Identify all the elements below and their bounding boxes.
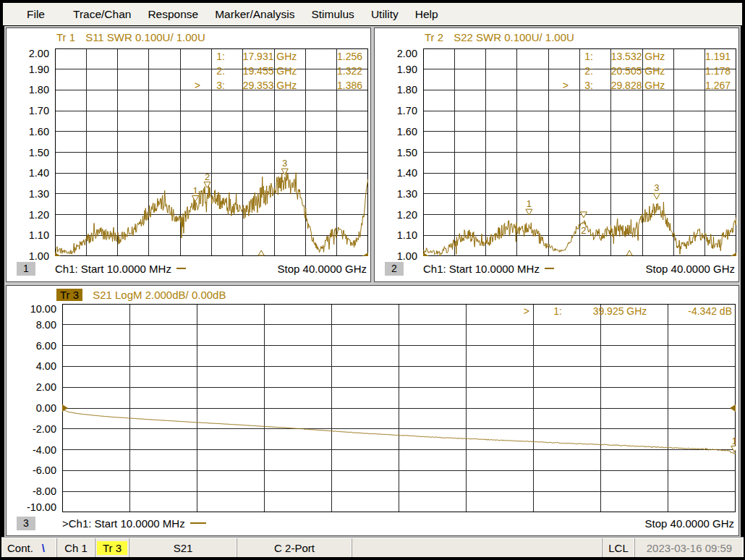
sweep-stop-label: Stop 40.0000 GHz [645, 517, 734, 530]
marker-triangle-icon [192, 196, 199, 202]
trace-color-dash [545, 268, 554, 269]
marker-readout-row: 1:13.532 GHz1.191 [557, 49, 731, 64]
y-tick-label: 4.00 [36, 360, 56, 373]
marker-triangle-icon [281, 169, 288, 174]
menu-response[interactable]: Response [148, 8, 198, 21]
marker-readout-number: 1: [529, 305, 562, 318]
marker-readout-frequency: 19.455 GHz [225, 64, 315, 78]
marker-readout-value: 1.256 [315, 49, 362, 64]
y-tick-label: 1.30 [29, 187, 49, 200]
local-remote-indicator: LCL [603, 538, 635, 557]
active-trace-indicator: Tr 3 [95, 538, 129, 557]
trace-label: Tr 1 [56, 31, 75, 43]
y-tick-label: -10.00 [27, 501, 56, 514]
sweep-start-label: Ch1: Start 10.0000 MHz [423, 263, 540, 275]
marker-triangle-icon [526, 209, 532, 215]
active-marker-arrow [189, 49, 200, 64]
status-blank-area [352, 538, 603, 557]
y-tick-label: 2.00 [397, 47, 417, 60]
active-marker-arrow: > [557, 78, 569, 93]
y-tick-label: 1.50 [29, 146, 49, 159]
graph-panel-s22[interactable]: Tr 2 S22 SWR 0.100U/ 1.00U 2.001.901.801… [374, 27, 739, 282]
datetime-label: 2023-03-16 09:59 [647, 542, 732, 554]
calibration-label: C 2-Port [274, 542, 315, 554]
active-marker-arrow [557, 64, 569, 78]
active-channel-indicator: Ch 1 [57, 538, 95, 557]
marker-readout-number: 1: [200, 49, 225, 64]
channel-status-line: 3 >Ch1: Start 10.0000 MHz Stop 40.0000 G… [7, 514, 738, 532]
marker-number-label: 1 [527, 198, 532, 209]
marker-readout-table: 1:17.931 GHz1.2562:19.455 GHz1.322>3:29.… [189, 49, 362, 93]
menu-marker-analysis[interactable]: Marker/Analysis [215, 8, 294, 21]
marker-readout-value: -4.342 dB [678, 305, 732, 318]
y-tick-label: 8.00 [36, 318, 56, 331]
marker-number-label: 3 [654, 182, 659, 193]
sweep-start-label: >Ch1: Start 10.0000 MHz [62, 517, 185, 530]
sweep-mode-label: Cont. [7, 542, 33, 554]
y-axis-labels: 2.001.901.801.701.601.501.401.301.201.10… [375, 48, 420, 256]
marker-readout-value: 1.322 [315, 64, 362, 78]
marker-number-label: 1 [732, 436, 736, 446]
menu-help[interactable]: Help [415, 8, 438, 21]
graph-area[interactable]: 1 [62, 304, 736, 512]
marker-triangle-icon [731, 446, 736, 452]
marker-readout-table: >1:39.925 GHz-4.342 dB [515, 305, 732, 318]
trace-header: Tr 1 S11 SWR 0.100U/ 1.00U [56, 31, 205, 43]
marker-number-label: 2 [205, 171, 210, 182]
marker-readout-value: 1.191 [683, 49, 731, 64]
y-tick-label: 1.70 [29, 104, 49, 117]
y-tick-label: 1.20 [397, 208, 417, 221]
measurement-label: S21 [174, 542, 193, 554]
sweep-stop-label: Stop 40.0000 GHz [278, 263, 367, 275]
y-tick-label: 1.80 [29, 83, 49, 96]
menu-utility[interactable]: Utility [371, 8, 399, 21]
marker-readout-row: >3:29.828 GHz1.267 [557, 78, 731, 93]
y-tick-label: -6.00 [33, 464, 56, 477]
marker-readout-number: 2: [569, 64, 593, 78]
trace-format-title: S21 LogM 2.000dB/ 0.00dB [93, 289, 226, 301]
active-trace-chip: Tr 3 [97, 541, 127, 555]
menu-stimulus[interactable]: Stimulus [311, 8, 354, 21]
marker-readout-number: 3: [200, 78, 225, 93]
vna-application-window: { "menu": { "items": ["File", "Trace/Cha… [0, 0, 745, 560]
marker-readout-frequency: 29.353 GHz [225, 78, 315, 93]
active-marker-arrow: > [515, 305, 529, 318]
y-tick-label: 1.40 [397, 166, 417, 179]
y-tick-label: 1.90 [29, 63, 49, 76]
trace-format-title: S11 SWR 0.100U/ 1.00U [85, 31, 205, 43]
grid-lines [62, 304, 736, 512]
marker-triangle-icon [653, 193, 660, 199]
graph-panel-s11[interactable]: Tr 1 S11 SWR 0.100U/ 1.00U 2.001.901.801… [6, 27, 371, 282]
y-tick-label: 2.00 [29, 47, 49, 60]
menu-bar: File Trace/Chan Response Marker/Analysis… [3, 3, 742, 25]
active-marker-arrow: > [189, 78, 200, 93]
marker-readout-number: 1: [569, 49, 593, 64]
y-tick-label: 1.50 [397, 146, 417, 159]
marker-readout-value: 1.267 [683, 78, 731, 93]
y-axis-labels: 10.008.006.004.002.000.00-2.00-4.00-6.00… [7, 304, 59, 512]
channel-status-line: 1 Ch1: Start 10.0000 MHz Stop 40.0000 GH… [7, 260, 370, 277]
active-marker-arrow [557, 49, 569, 64]
marker-readout-frequency: 13.532 GHz [593, 49, 683, 64]
menu-trace-chan[interactable]: Trace/Chan [73, 8, 131, 21]
trace-color-dash [190, 522, 206, 524]
y-tick-label: 10.00 [30, 302, 56, 315]
y-tick-label: -4.00 [33, 444, 56, 457]
y-tick-label: 1.20 [29, 208, 49, 221]
graph-panel-s21[interactable]: Tr 3 S21 LogM 2.000dB/ 0.00dB 10.008.006… [6, 285, 739, 536]
menu-file[interactable]: File [27, 8, 45, 21]
y-tick-label: 1.60 [29, 125, 49, 138]
y-tick-label: 6.00 [36, 339, 56, 352]
sweep-stop-label: Stop 40.0000 GHz [646, 263, 735, 275]
baseline-marker-icon [258, 250, 264, 255]
trace-header: Tr 2 S22 SWR 0.100U/ 1.00U [425, 31, 574, 43]
trace-format-title: S22 SWR 0.100U/ 1.00U [454, 31, 574, 43]
active-channel-label: Ch 1 [64, 542, 88, 554]
marker-number-label: 2 [581, 225, 586, 236]
marker-number-label: 1 [192, 185, 197, 196]
status-bar: Cont. \ Ch 1 Tr 3 S21 C 2-Port LCL 2023-… [1, 538, 744, 557]
marker-number-label: 3 [282, 158, 287, 169]
trace-label: Tr 2 [425, 31, 443, 43]
marker-readout-row: 2:19.455 GHz1.322 [189, 64, 362, 78]
calibration-indicator: C 2-Port [237, 538, 352, 557]
